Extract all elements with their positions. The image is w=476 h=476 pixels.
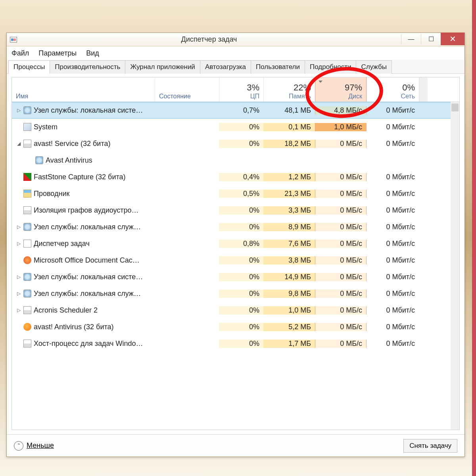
process-name: Avast Antivirus <box>46 156 92 165</box>
col-status[interactable]: Состояние <box>155 77 219 102</box>
maximize-button[interactable]: ☐ <box>421 34 441 44</box>
process-rows: ▷Узел службы: локальная систе…0,7%48,1 М… <box>12 102 459 352</box>
cell-cpu: 0% <box>219 340 263 348</box>
cell-cpu: 0% <box>219 306 263 315</box>
cell-disk: 1,0 МБ/с <box>315 123 367 131</box>
process-name: Microsoft Office Document Cac… <box>34 256 140 265</box>
cell-cpu: 0% <box>219 123 263 131</box>
cell-network: 0 Мбит/с <box>367 273 419 281</box>
table-row[interactable]: ▷Диспетчер задач0,8%7,6 МБ0 МБ/с0 Мбит/с <box>12 235 459 252</box>
table-row[interactable]: FastStone Capture (32 бита)0,4%1,2 МБ0 М… <box>12 169 459 185</box>
cell-memory: 8,9 МБ <box>263 223 315 231</box>
expander-icon[interactable]: ▷ <box>16 224 21 230</box>
cell-memory: 1,7 МБ <box>263 340 315 348</box>
process-name: avast! Antivirus (32 бита) <box>34 323 113 331</box>
cell-memory: 1,0 МБ <box>263 306 315 315</box>
col-network[interactable]: 0%Сеть <box>367 77 419 102</box>
process-name: Узел службы: локальная систе… <box>34 106 143 115</box>
tab-services[interactable]: Службы <box>356 60 392 74</box>
expander-icon[interactable]: ▷ <box>16 291 21 296</box>
process-name: Хост-процесс для задач Windo… <box>34 340 143 348</box>
cell-memory: 3,8 МБ <box>263 256 315 265</box>
cell-name: ▷Диспетчер задач <box>12 240 155 248</box>
table-row[interactable]: Хост-процесс для задач Windo…0%1,7 МБ0 М… <box>12 335 459 352</box>
process-icon <box>23 290 31 298</box>
fewer-details-button[interactable]: ˄ Меньше <box>14 441 54 451</box>
process-name: Узел службы: локальная систе… <box>34 273 143 281</box>
process-icon <box>23 190 31 198</box>
cell-disk: 0 МБ/с <box>315 140 367 148</box>
menu-view[interactable]: Вид <box>86 49 99 58</box>
end-task-button[interactable]: Снять задачу <box>403 439 457 453</box>
table-row[interactable]: ◢avast! Service (32 бита)0%18,2 МБ0 МБ/с… <box>12 135 459 152</box>
table-row[interactable]: System0%0,1 МБ1,0 МБ/с0 Мбит/с <box>12 119 459 135</box>
cell-network: 0 Мбит/с <box>367 256 419 265</box>
cell-network: 0 Мбит/с <box>367 323 419 331</box>
menu-options[interactable]: Параметры <box>38 49 77 58</box>
table-row[interactable]: ▷Узел службы: локальная служ…0%8,9 МБ0 М… <box>12 219 459 235</box>
expander-icon[interactable]: ▷ <box>16 307 21 313</box>
titlebar[interactable]: Диспетчер задач — ☐ ✕ <box>7 33 464 46</box>
process-icon <box>23 140 31 148</box>
cell-cpu: 0% <box>219 140 263 148</box>
process-icon <box>23 123 31 131</box>
menu-file[interactable]: Файл <box>12 49 29 58</box>
cell-cpu: 0,7% <box>219 106 263 115</box>
cell-disk: 0 МБ/с <box>315 206 367 215</box>
expander-icon[interactable]: ▷ <box>16 274 21 280</box>
tab-app-history[interactable]: Журнал приложений <box>125 60 200 74</box>
table-row[interactable]: Microsoft Office Document Cac…0%3,8 МБ0 … <box>12 252 459 269</box>
table-row[interactable]: ▷Узел службы: локальная служ…0%9,8 МБ0 М… <box>12 285 459 302</box>
cell-cpu: 0% <box>219 223 263 231</box>
tab-processes[interactable]: Процессы <box>8 60 50 74</box>
chevron-up-icon: ˄ <box>14 441 23 451</box>
table-row[interactable]: ▷Acronis Scheduler 20%1,0 МБ0 МБ/с0 Мбит… <box>12 302 459 319</box>
close-button[interactable]: ✕ <box>441 33 464 45</box>
cell-memory: 3,3 МБ <box>263 206 315 215</box>
vertical-scrollbar[interactable] <box>451 102 459 430</box>
scrollbar-thumb[interactable] <box>451 104 459 111</box>
tab-performance[interactable]: Производительность <box>50 60 125 74</box>
cell-memory: 5,2 МБ <box>263 323 315 331</box>
cell-network: 0 Мбит/с <box>367 240 419 248</box>
tab-startup[interactable]: Автозагрузка <box>200 60 251 74</box>
col-disk[interactable]: 97%Диск <box>315 77 367 102</box>
cell-name: Изоляция графов аудиоустро… <box>12 206 155 215</box>
table-row[interactable]: ▷Узел службы: локальная систе…0,7%48,1 М… <box>12 102 459 119</box>
cell-name: Проводник <box>12 190 155 198</box>
cell-memory: 14,9 МБ <box>263 273 315 281</box>
cell-network: 0 Мбит/с <box>367 306 419 315</box>
cell-name: avast! Antivirus (32 бита) <box>12 323 155 331</box>
cell-network: 0 Мбит/с <box>367 223 419 231</box>
cell-name: System <box>12 123 155 131</box>
process-name: avast! Service (32 бита) <box>34 140 110 148</box>
expander-icon[interactable]: ◢ <box>16 141 21 146</box>
tab-details[interactable]: Подробности <box>305 60 357 74</box>
process-icon <box>23 223 31 231</box>
col-cpu[interactable]: 3%ЦП <box>219 77 263 102</box>
col-memory[interactable]: 22%Память <box>263 77 315 102</box>
cell-network: 0 Мбит/с <box>367 123 419 131</box>
table-row[interactable]: Проводник0,5%21,3 МБ0 МБ/с0 Мбит/с <box>12 185 459 202</box>
cell-memory: 7,6 МБ <box>263 240 315 248</box>
table-row[interactable]: Avast Antivirus <box>12 152 459 169</box>
table-row[interactable]: Изоляция графов аудиоустро…0%3,3 МБ0 МБ/… <box>12 202 459 219</box>
col-name[interactable]: Имя <box>12 77 155 102</box>
cell-disk: 0 МБ/с <box>315 306 367 315</box>
cell-disk: 0 МБ/с <box>315 240 367 248</box>
expander-icon[interactable]: ▷ <box>16 107 21 113</box>
minimize-button[interactable]: — <box>401 34 421 44</box>
expander-icon[interactable]: ▷ <box>16 241 21 246</box>
table-row[interactable]: ▷Узел службы: локальная систе…0%14,9 МБ0… <box>12 269 459 285</box>
cell-name: ▷Узел службы: локальная систе… <box>12 273 155 281</box>
table-row[interactable]: avast! Antivirus (32 бита)0%5,2 МБ0 МБ/с… <box>12 319 459 335</box>
process-name: Acronis Scheduler 2 <box>34 306 98 315</box>
process-icon <box>23 240 31 248</box>
cell-disk: 0 МБ/с <box>315 323 367 331</box>
cell-disk: 0 МБ/с <box>315 173 367 181</box>
cell-name: ▷Узел службы: локальная служ… <box>12 290 155 298</box>
tab-users[interactable]: Пользователи <box>251 60 305 74</box>
cell-network: 0 Мбит/с <box>367 206 419 215</box>
cell-network: 0 Мбит/с <box>367 340 419 348</box>
cell-name: ▷Узел службы: локальная систе… <box>12 106 155 115</box>
